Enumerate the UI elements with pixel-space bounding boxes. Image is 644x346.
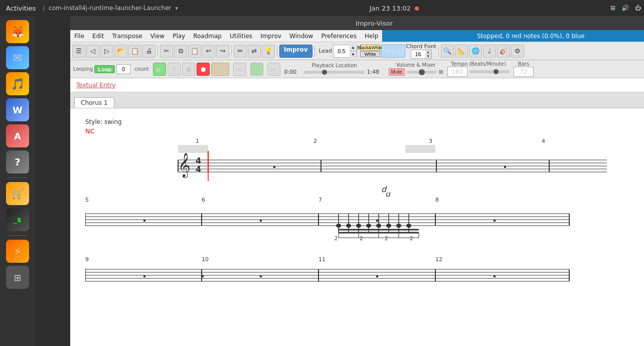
record-button[interactable]: ⏺ <box>197 63 210 76</box>
play-button[interactable]: ▶ <box>153 63 166 76</box>
pencil-button[interactable]: ✏ <box>234 45 247 58</box>
dock-separator <box>8 178 28 178</box>
activities-button[interactable]: Activities <box>3 3 39 14</box>
score-area[interactable]: Style: swing NC 1 2 3 4 𝄞 <box>70 108 644 346</box>
volume-slider[interactable] <box>407 71 437 74</box>
menu-bar: File Edit Transpose View Play Roadmap Ut… <box>70 30 644 42</box>
looping-label: Looping <box>73 66 93 72</box>
step-input-button[interactable]: StepInput <box>211 63 229 76</box>
svg-text:2: 2 <box>313 138 317 144</box>
forward-button[interactable]: ⏭ <box>267 63 280 76</box>
bulb-button[interactable]: 💡 <box>262 45 275 58</box>
appstore-icon[interactable]: A <box>6 124 29 147</box>
menu-edit[interactable]: Edit <box>88 30 108 42</box>
measure-button[interactable]: 📐 <box>455 45 468 58</box>
svg-rect-44 <box>376 220 378 222</box>
svg-point-58 <box>356 224 361 228</box>
music-icon[interactable]: 🎵 <box>6 72 29 95</box>
playback-label: Playback Location <box>312 63 357 68</box>
help-icon[interactable]: ? <box>6 150 29 174</box>
svg-rect-74 <box>143 220 145 222</box>
stop-button[interactable]: ⏹ <box>182 63 195 76</box>
menu-window[interactable]: Window <box>285 30 317 42</box>
redo-button[interactable]: ↪ <box>216 45 229 58</box>
loop-button[interactable]: Loop <box>94 65 115 73</box>
menu-transpose[interactable]: Transpose <box>108 30 146 42</box>
chord-font-down-button[interactable]: ▼ <box>425 55 431 59</box>
lead-down-button[interactable]: ▼ <box>350 51 357 58</box>
leadsheet-button[interactable]: 📋 <box>128 45 141 58</box>
simple-entry-button[interactable]: SimpleEntry <box>381 45 405 58</box>
power-icon[interactable]: ⏻ <box>635 5 641 12</box>
score-button[interactable]: ☰ <box>72 45 85 58</box>
menu-preferences[interactable]: Preferences <box>317 30 361 42</box>
grid-icon[interactable]: ⊞ <box>6 266 29 289</box>
search-button[interactable]: 🔍 <box>441 45 454 58</box>
volume-icon[interactable]: 🔊 <box>621 5 629 12</box>
svg-point-63 <box>406 224 411 228</box>
cut-button[interactable]: ✂ <box>160 45 173 58</box>
time-start: 0:00 <box>284 69 302 75</box>
staff-svg-2: 5 6 7 8 d <box>85 193 607 243</box>
menu-file[interactable]: File <box>70 30 88 42</box>
playback-slider[interactable] <box>304 71 365 74</box>
lead-input[interactable] <box>334 48 350 54</box>
print-button[interactable]: 🖨 <box>142 45 155 58</box>
writer-icon[interactable]: W <box>6 98 29 121</box>
mail-icon[interactable]: ✉ <box>6 46 29 69</box>
undo-button[interactable]: ↩ <box>202 45 215 58</box>
guitar-btn[interactable]: 🎸 <box>497 45 510 58</box>
menu-roadmap[interactable]: Roadmap <box>189 30 226 42</box>
improv-button[interactable]: Improv <box>279 45 312 58</box>
firefox-icon[interactable]: 🦊 <box>6 20 29 43</box>
svg-text:7: 7 <box>318 197 322 203</box>
copy-button[interactable]: ⧉ <box>174 45 187 58</box>
svg-text:4: 4 <box>542 138 545 144</box>
app-dropdown-icon[interactable]: ▾ <box>176 5 179 12</box>
amazon-icon[interactable]: 🛒 <box>6 182 29 205</box>
terminal-icon[interactable]: _$ <box>6 208 29 231</box>
staff-svg-3: 9 10 11 12 <box>85 254 607 289</box>
volume-level-icon: ⊞ <box>439 69 443 75</box>
toolbar-sep1 <box>157 46 158 57</box>
rewind-button[interactable]: ⏮ <box>233 63 246 76</box>
gear-btn[interactable]: ⚙ <box>511 45 524 58</box>
pause-button[interactable]: ⏸ <box>168 63 181 76</box>
system-tray: ⊞ 🔊 ⏻ <box>610 5 641 12</box>
loop-back-button[interactable]: ↩ <box>250 63 263 76</box>
loop-section: Looping Loop <box>73 64 130 74</box>
network-icon[interactable]: ⊞ <box>610 5 615 12</box>
chord-font-section: Chord Font ▲ ▼ <box>406 43 436 59</box>
note-d-label: d <box>381 185 386 194</box>
launcher-icon[interactable]: ⚡ <box>6 240 29 263</box>
app-title: Impro-Visor <box>356 20 393 27</box>
lead-up-button[interactable]: ▲ <box>350 45 357 52</box>
textual-entry-label[interactable]: Textual Entry <box>70 82 121 89</box>
open-button[interactable]: 📂 <box>114 45 127 58</box>
next-button[interactable]: ▷ <box>100 45 113 58</box>
exchange-button[interactable]: ⇄ <box>248 45 261 58</box>
menu-view[interactable]: View <box>146 30 169 42</box>
white-button[interactable]: White <box>360 51 380 57</box>
paste-button[interactable]: 📋 <box>188 45 201 58</box>
svg-rect-94 <box>376 275 378 277</box>
menu-improv[interactable]: Improv <box>256 30 285 42</box>
chord-font-input[interactable] <box>411 50 425 58</box>
active-indicator <box>415 7 419 11</box>
volume-section: Volume & Mixer Mute ⊞ <box>389 62 443 76</box>
textual-entry-input[interactable] <box>121 81 644 90</box>
menu-utilities[interactable]: Utilities <box>226 30 256 42</box>
globe-button[interactable]: 🌐 <box>469 45 482 58</box>
loop-count-input[interactable] <box>116 64 130 74</box>
menu-play[interactable]: Play <box>169 30 189 42</box>
toolbar-sep4 <box>314 46 315 57</box>
prev-button[interactable]: ◁ <box>86 45 99 58</box>
music-btn[interactable]: ♩ <box>483 45 496 58</box>
chorus-1-tab[interactable]: Chorus 1 <box>74 97 114 108</box>
tempo-slider[interactable] <box>469 70 510 73</box>
svg-text:12: 12 <box>435 256 442 263</box>
mute-button[interactable]: Mute <box>389 68 405 76</box>
chord-font-up-button[interactable]: ▲ <box>425 50 431 55</box>
black-white-button[interactable]: Black&White <box>360 45 380 51</box>
menu-help[interactable]: Help <box>361 30 382 42</box>
